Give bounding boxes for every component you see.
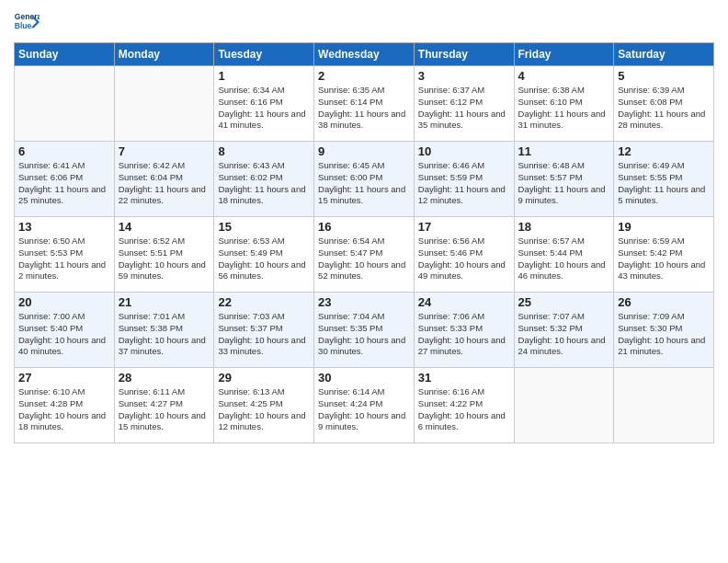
day-cell: 19Sunrise: 6:59 AM Sunset: 5:42 PM Dayli… (614, 217, 714, 293)
day-cell: 29Sunrise: 6:13 AM Sunset: 4:25 PM Dayli… (214, 368, 314, 443)
col-header-friday: Friday (514, 43, 614, 66)
day-cell: 1Sunrise: 6:34 AM Sunset: 6:16 PM Daylig… (214, 66, 314, 142)
day-number: 8 (218, 144, 310, 158)
day-info: Sunrise: 6:42 AM Sunset: 6:04 PM Dayligh… (119, 160, 210, 207)
day-number: 15 (218, 220, 310, 234)
day-number: 4 (518, 69, 610, 83)
day-cell: 5Sunrise: 6:39 AM Sunset: 6:08 PM Daylig… (614, 66, 714, 142)
day-cell: 7Sunrise: 6:42 AM Sunset: 6:04 PM Daylig… (114, 142, 214, 217)
day-cell: 21Sunrise: 7:01 AM Sunset: 5:38 PM Dayli… (114, 293, 214, 368)
col-header-thursday: Thursday (414, 43, 514, 66)
week-row-3: 13Sunrise: 6:50 AM Sunset: 5:53 PM Dayli… (15, 217, 714, 293)
day-number: 27 (18, 371, 110, 385)
col-header-monday: Monday (114, 43, 214, 66)
day-number: 28 (119, 371, 210, 385)
day-info: Sunrise: 7:04 AM Sunset: 5:35 PM Dayligh… (318, 311, 410, 358)
day-info: Sunrise: 6:13 AM Sunset: 4:25 PM Dayligh… (218, 386, 310, 433)
logo: General Blue (14, 9, 40, 35)
day-number: 2 (318, 69, 410, 83)
day-info: Sunrise: 7:07 AM Sunset: 5:32 PM Dayligh… (518, 311, 610, 358)
day-info: Sunrise: 6:14 AM Sunset: 4:24 PM Dayligh… (318, 386, 410, 433)
week-row-2: 6Sunrise: 6:41 AM Sunset: 6:06 PM Daylig… (15, 142, 714, 217)
day-info: Sunrise: 6:49 AM Sunset: 5:55 PM Dayligh… (618, 160, 710, 207)
day-cell: 26Sunrise: 7:09 AM Sunset: 5:30 PM Dayli… (614, 293, 714, 368)
logo-icon: General Blue (14, 9, 40, 35)
day-info: Sunrise: 7:01 AM Sunset: 5:38 PM Dayligh… (119, 311, 210, 358)
day-number: 26 (618, 295, 710, 309)
day-number: 25 (518, 295, 610, 309)
day-cell: 18Sunrise: 6:57 AM Sunset: 5:44 PM Dayli… (514, 217, 614, 293)
day-cell (614, 368, 714, 443)
day-cell: 31Sunrise: 6:16 AM Sunset: 4:22 PM Dayli… (414, 368, 514, 443)
day-number: 22 (218, 295, 310, 309)
day-info: Sunrise: 6:50 AM Sunset: 5:53 PM Dayligh… (18, 236, 110, 282)
header-row: SundayMondayTuesdayWednesdayThursdayFrid… (15, 43, 714, 66)
day-info: Sunrise: 7:09 AM Sunset: 5:30 PM Dayligh… (618, 311, 710, 358)
day-number: 29 (218, 371, 310, 385)
day-cell: 16Sunrise: 6:54 AM Sunset: 5:47 PM Dayli… (314, 217, 415, 293)
day-number: 24 (418, 295, 510, 309)
day-number: 6 (18, 144, 110, 158)
day-info: Sunrise: 7:03 AM Sunset: 5:37 PM Dayligh… (218, 311, 310, 358)
day-cell: 25Sunrise: 7:07 AM Sunset: 5:32 PM Dayli… (514, 293, 614, 368)
day-info: Sunrise: 7:00 AM Sunset: 5:40 PM Dayligh… (18, 311, 110, 358)
day-info: Sunrise: 6:52 AM Sunset: 5:51 PM Dayligh… (119, 236, 210, 282)
day-info: Sunrise: 6:57 AM Sunset: 5:44 PM Dayligh… (518, 236, 610, 282)
day-info: Sunrise: 6:10 AM Sunset: 4:28 PM Dayligh… (18, 386, 110, 433)
col-header-tuesday: Tuesday (214, 43, 314, 66)
day-cell: 13Sunrise: 6:50 AM Sunset: 5:53 PM Dayli… (15, 217, 115, 293)
day-info: Sunrise: 6:37 AM Sunset: 6:12 PM Dayligh… (418, 85, 510, 132)
day-number: 5 (618, 69, 710, 83)
day-number: 31 (418, 371, 510, 385)
day-number: 14 (119, 220, 210, 234)
day-number: 21 (119, 295, 210, 309)
day-info: Sunrise: 6:41 AM Sunset: 6:06 PM Dayligh… (18, 160, 110, 207)
day-info: Sunrise: 6:48 AM Sunset: 5:57 PM Dayligh… (518, 160, 610, 207)
day-info: Sunrise: 6:39 AM Sunset: 6:08 PM Dayligh… (618, 85, 710, 132)
svg-text:Blue: Blue (15, 21, 32, 30)
day-info: Sunrise: 6:53 AM Sunset: 5:49 PM Dayligh… (218, 236, 310, 282)
day-number: 9 (318, 144, 410, 158)
day-cell: 14Sunrise: 6:52 AM Sunset: 5:51 PM Dayli… (114, 217, 214, 293)
day-number: 3 (418, 69, 510, 83)
day-cell: 24Sunrise: 7:06 AM Sunset: 5:33 PM Dayli… (414, 293, 514, 368)
day-number: 7 (119, 144, 210, 158)
col-header-wednesday: Wednesday (314, 43, 415, 66)
col-header-sunday: Sunday (15, 43, 115, 66)
day-cell: 23Sunrise: 7:04 AM Sunset: 5:35 PM Dayli… (314, 293, 415, 368)
day-info: Sunrise: 6:54 AM Sunset: 5:47 PM Dayligh… (318, 236, 410, 282)
day-cell: 15Sunrise: 6:53 AM Sunset: 5:49 PM Dayli… (214, 217, 314, 293)
day-cell: 6Sunrise: 6:41 AM Sunset: 6:06 PM Daylig… (15, 142, 115, 217)
day-info: Sunrise: 6:46 AM Sunset: 5:59 PM Dayligh… (418, 160, 510, 207)
day-info: Sunrise: 7:06 AM Sunset: 5:33 PM Dayligh… (418, 311, 510, 358)
day-cell: 27Sunrise: 6:10 AM Sunset: 4:28 PM Dayli… (15, 368, 115, 443)
day-info: Sunrise: 6:35 AM Sunset: 6:14 PM Dayligh… (318, 85, 410, 132)
day-info: Sunrise: 6:34 AM Sunset: 6:16 PM Dayligh… (218, 85, 310, 132)
day-cell: 9Sunrise: 6:45 AM Sunset: 6:00 PM Daylig… (314, 142, 415, 217)
day-number: 17 (418, 220, 510, 234)
day-cell: 20Sunrise: 7:00 AM Sunset: 5:40 PM Dayli… (15, 293, 115, 368)
day-number: 18 (518, 220, 610, 234)
page-header: General Blue (14, 9, 714, 35)
day-cell (15, 66, 115, 142)
day-cell: 17Sunrise: 6:56 AM Sunset: 5:46 PM Dayli… (414, 217, 514, 293)
day-info: Sunrise: 6:11 AM Sunset: 4:27 PM Dayligh… (119, 386, 210, 433)
day-cell: 12Sunrise: 6:49 AM Sunset: 5:55 PM Dayli… (614, 142, 714, 217)
day-number: 12 (618, 144, 710, 158)
day-cell: 4Sunrise: 6:38 AM Sunset: 6:10 PM Daylig… (514, 66, 614, 142)
day-cell (514, 368, 614, 443)
day-number: 11 (518, 144, 610, 158)
day-cell: 10Sunrise: 6:46 AM Sunset: 5:59 PM Dayli… (414, 142, 514, 217)
week-row-1: 1Sunrise: 6:34 AM Sunset: 6:16 PM Daylig… (15, 66, 714, 142)
day-number: 20 (18, 295, 110, 309)
day-info: Sunrise: 6:45 AM Sunset: 6:00 PM Dayligh… (318, 160, 410, 207)
day-info: Sunrise: 6:16 AM Sunset: 4:22 PM Dayligh… (418, 386, 510, 433)
day-cell: 22Sunrise: 7:03 AM Sunset: 5:37 PM Dayli… (214, 293, 314, 368)
day-number: 10 (418, 144, 510, 158)
day-info: Sunrise: 6:43 AM Sunset: 6:02 PM Dayligh… (218, 160, 310, 207)
day-cell: 28Sunrise: 6:11 AM Sunset: 4:27 PM Dayli… (114, 368, 214, 443)
day-number: 30 (318, 371, 410, 385)
day-cell: 11Sunrise: 6:48 AM Sunset: 5:57 PM Dayli… (514, 142, 614, 217)
day-number: 1 (218, 69, 310, 83)
calendar-table: SundayMondayTuesdayWednesdayThursdayFrid… (14, 42, 714, 443)
